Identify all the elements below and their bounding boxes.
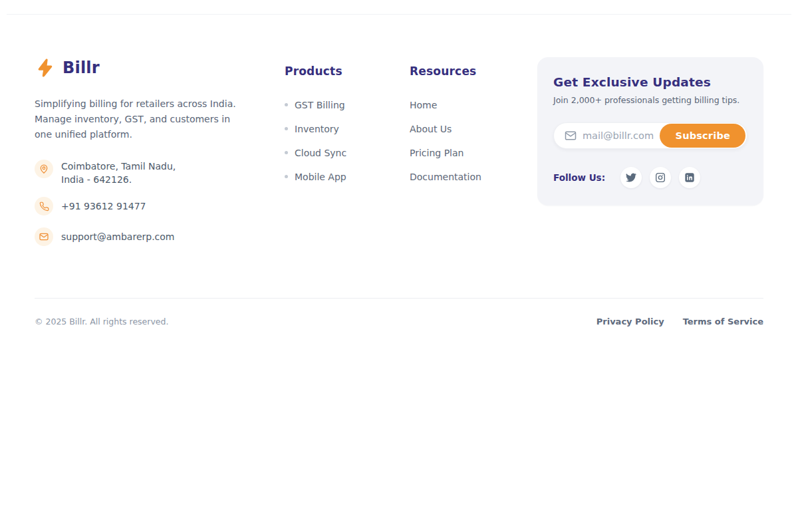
resource-link-documentation[interactable]: Documentation bbox=[410, 172, 481, 182]
follow-row: Follow Us: bbox=[553, 167, 747, 188]
products-column: Products GST Billing Inventory Cloud Syn… bbox=[285, 57, 410, 196]
follow-us-label: Follow Us: bbox=[553, 172, 605, 183]
location-line-2: India - 642126. bbox=[61, 173, 176, 186]
location-pin-icon bbox=[35, 160, 53, 178]
product-link-inventory[interactable]: Inventory bbox=[295, 124, 339, 134]
brand-description: Simplifying billing for retailers across… bbox=[35, 96, 254, 142]
bullet-dot-icon bbox=[285, 151, 288, 154]
resource-link-pricing-plan[interactable]: Pricing Plan bbox=[410, 148, 464, 158]
brand-name: Billr bbox=[63, 59, 100, 77]
bullet-dot-icon bbox=[285, 127, 288, 130]
product-link-item: Mobile App bbox=[285, 172, 410, 182]
subscribe-button[interactable]: Subscribe bbox=[660, 124, 745, 148]
product-link-cloud-sync[interactable]: Cloud Sync bbox=[295, 148, 346, 158]
phone-icon bbox=[35, 197, 53, 215]
brand-logo: Billr bbox=[35, 57, 254, 78]
resource-link-item: Pricing Plan bbox=[410, 148, 536, 158]
resources-heading: Resources bbox=[410, 65, 536, 78]
contact-phone: +91 93612 91477 bbox=[35, 197, 254, 215]
copyright-text: © 2025 Billr. All rights reserved. bbox=[35, 317, 168, 327]
linkedin-icon[interactable] bbox=[679, 167, 700, 188]
brand-description-line: Manage inventory, GST, and customers in bbox=[35, 112, 254, 127]
product-link-mobile-app[interactable]: Mobile App bbox=[295, 172, 346, 182]
resource-link-item: About Us bbox=[410, 124, 536, 134]
newsletter-title: Get Exclusive Updates bbox=[553, 75, 747, 89]
product-link-item: GST Billing bbox=[285, 100, 410, 110]
footer-columns: Billr Simplifying billing for retailers … bbox=[35, 57, 763, 258]
mail-input-icon bbox=[564, 129, 577, 142]
lightning-bolt-icon bbox=[35, 57, 56, 78]
subscribe-form: Subscribe bbox=[553, 122, 747, 149]
contact-email-text: support@ambarerp.com bbox=[61, 230, 175, 243]
product-link-gst-billing[interactable]: GST Billing bbox=[295, 100, 345, 110]
contact-list: Coimbatore, Tamil Nadu, India - 642126. … bbox=[35, 160, 254, 246]
products-heading: Products bbox=[285, 65, 410, 78]
resource-link-home[interactable]: Home bbox=[410, 100, 437, 110]
contact-email: support@ambarerp.com bbox=[35, 227, 254, 246]
resource-link-about-us[interactable]: About Us bbox=[410, 124, 452, 134]
privacy-policy-link[interactable]: Privacy Policy bbox=[597, 317, 664, 327]
resource-link-item: Home bbox=[410, 100, 536, 110]
resources-list: Home About Us Pricing Plan Documentation bbox=[410, 100, 536, 182]
contact-location: Coimbatore, Tamil Nadu, India - 642126. bbox=[35, 160, 254, 186]
resource-link-item: Documentation bbox=[410, 172, 536, 182]
terms-of-service-link[interactable]: Terms of Service bbox=[683, 317, 763, 327]
resources-column: Resources Home About Us Pricing Plan Doc… bbox=[410, 57, 536, 196]
newsletter-card: Get Exclusive Updates Join 2,000+ profes… bbox=[537, 57, 763, 205]
contact-phone-text: +91 93612 91477 bbox=[61, 200, 146, 213]
instagram-icon[interactable] bbox=[650, 167, 671, 188]
product-link-item: Inventory bbox=[285, 124, 410, 134]
product-link-item: Cloud Sync bbox=[285, 148, 410, 158]
envelope-icon bbox=[35, 227, 53, 246]
legal-links: Privacy Policy Terms of Service bbox=[578, 317, 763, 327]
brand-column: Billr Simplifying billing for retailers … bbox=[35, 57, 254, 258]
bottom-bar: © 2025 Billr. All rights reserved. Priva… bbox=[35, 299, 763, 328]
contact-location-text: Coimbatore, Tamil Nadu, India - 642126. bbox=[61, 160, 176, 186]
location-line-1: Coimbatore, Tamil Nadu, bbox=[61, 160, 176, 173]
footer: Billr Simplifying billing for retailers … bbox=[0, 15, 798, 328]
email-input[interactable] bbox=[583, 130, 660, 141]
bullet-dot-icon bbox=[285, 175, 288, 178]
brand-description-line: one unified platform. bbox=[35, 127, 254, 142]
newsletter-subtitle: Join 2,000+ professionals getting billin… bbox=[553, 95, 747, 105]
twitter-icon[interactable] bbox=[620, 167, 642, 188]
brand-description-line: Simplifying billing for retailers across… bbox=[35, 96, 254, 112]
bullet-dot-icon bbox=[285, 103, 288, 106]
products-list: GST Billing Inventory Cloud Sync Mobile … bbox=[285, 100, 410, 182]
